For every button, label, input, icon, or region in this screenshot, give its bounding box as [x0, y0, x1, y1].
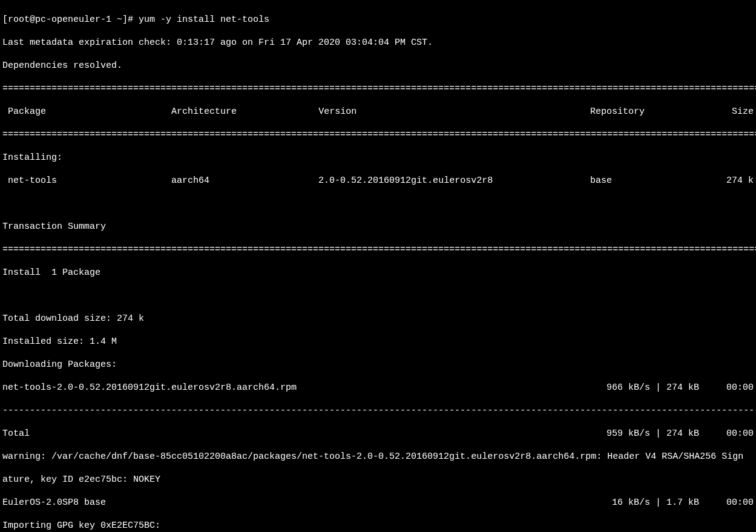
warning-line-2: ature, key ID e2ec75bc: NOKEY [2, 474, 754, 485]
pkg-size: 274 k [726, 176, 754, 186]
dl-stats: 966 kB/s | 274 kB 00:00 [606, 382, 754, 393]
command-text: yum -y install net-tools [139, 15, 269, 25]
rule: ========================================… [2, 129, 754, 140]
rule: ========================================… [2, 83, 754, 94]
pkg-name: net-tools [2, 176, 57, 186]
terminal-output[interactable]: [root@pc-openeuler-1 ~]# yum -y install … [0, 0, 756, 532]
col-repo: Repository [590, 107, 645, 117]
total-stats: 959 kB/s | 274 kB 00:00 [606, 428, 754, 439]
package-row: net-tools aarch64 2.0-0.52.20160912git.e… [2, 175, 754, 186]
repo-name: EulerOS-2.0SP8 base [2, 497, 106, 508]
download-size: Total download size: 274 k [2, 313, 754, 324]
installed-size: Installed size: 1.4 M [2, 336, 754, 347]
shell-prompt: [root@pc-openeuler-1 ~]# [2, 15, 133, 25]
dl-file: net-tools-2.0-0.52.20160912git.eulerosv2… [2, 382, 297, 393]
installing-heading: Installing: [2, 152, 754, 163]
col-size: Size [732, 107, 754, 117]
repo-stats: 16 kB/s | 1.7 kB 00:00 [606, 497, 754, 508]
repo-line: EulerOS-2.0SP8 base 16 kB/s | 1.7 kB 00:… [2, 497, 754, 508]
blank-line [2, 290, 754, 301]
col-package: Package [2, 107, 46, 117]
col-arch: Architecture [171, 107, 237, 117]
txn-summary: Transaction Summary [2, 221, 754, 232]
table-header: Package Architecture VersionRepository S… [2, 106, 754, 117]
install-count: Install 1 Package [2, 267, 754, 278]
warning-line-1: warning: /var/cache/dnf/base-85cc0510220… [2, 451, 754, 462]
rule-dash: ----------------------------------------… [2, 405, 754, 416]
rule: ========================================… [2, 244, 754, 255]
download-line: net-tools-2.0-0.52.20160912git.eulerosv2… [2, 382, 754, 393]
downloading-heading: Downloading Packages: [2, 359, 754, 370]
blank-line [2, 198, 754, 209]
pkg-repo: base [590, 176, 612, 186]
gpg-heading: Importing GPG key 0xE2EC75BC: [2, 520, 754, 531]
pkg-arch: aarch64 [171, 176, 209, 186]
total-label: Total [2, 428, 30, 439]
pkg-version: 2.0-0.52.20160912git.eulerosv2r8 [318, 176, 493, 186]
deps-resolved: Dependencies resolved. [2, 60, 754, 71]
metadata-line: Last metadata expiration check: 0:13:17 … [2, 37, 754, 48]
col-version: Version [318, 107, 357, 117]
prompt-line: [root@pc-openeuler-1 ~]# yum -y install … [2, 14, 754, 25]
total-line: Total959 kB/s | 274 kB 00:00 [2, 428, 754, 439]
